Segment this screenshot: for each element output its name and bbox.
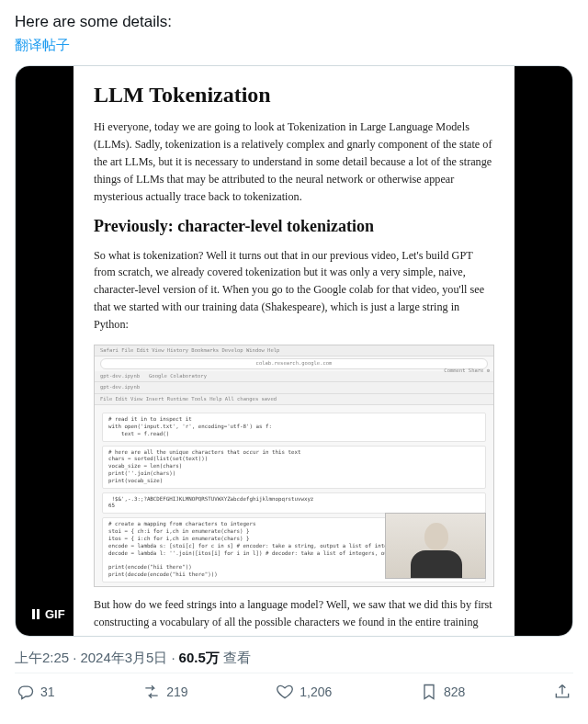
heart-icon (276, 683, 294, 701)
post-lead-text: Here are some details: (15, 11, 573, 33)
ide-tab: Google Colaboratory (149, 373, 207, 379)
bookmark-button[interactable]: 828 (420, 683, 465, 701)
view-count[interactable]: 60.5万 (179, 650, 220, 665)
ide-filename: gpt-dev.ipynb (100, 384, 140, 390)
reply-button[interactable]: 31 (17, 683, 55, 701)
retweet-count: 219 (166, 684, 187, 699)
bookmark-count: 828 (444, 684, 465, 699)
gif-pause-badge[interactable]: GIF (25, 604, 73, 625)
reply-icon (17, 683, 35, 701)
document-page: LLM Tokenization Hi everyone, today we a… (74, 66, 514, 636)
like-count: 1,206 (300, 684, 332, 699)
post-meta: 上午2:25·2024年3月5日·60.5万 查看 (15, 650, 573, 667)
share-icon (553, 683, 571, 701)
view-label: 查看 (220, 650, 251, 665)
ide-right-status: Comment Share ⚙ (444, 368, 490, 374)
ide-tab: gpt-dev.ipynb (100, 373, 140, 379)
doc-intro: Hi everyone, today we are going to look … (94, 119, 494, 206)
post-date[interactable]: 2024年3月5日 (80, 650, 167, 665)
ide-colab-menu: File Edit View Insert Runtime Tools Help… (95, 394, 493, 405)
ide-mac-menu: Safari File Edit View History Bookmarks … (95, 345, 493, 356)
media-inner: LLM Tokenization Hi everyone, today we a… (16, 66, 572, 636)
doc-title: LLM Tokenization (94, 83, 494, 107)
retweet-icon (142, 683, 161, 701)
ide-output: !$&',-.3:;?ABCDEFGHIJKLMNOPQRSTUVWXYZabc… (102, 492, 486, 515)
bookmark-icon (420, 683, 438, 701)
like-button[interactable]: 1,206 (276, 683, 332, 701)
reply-count: 31 (40, 684, 55, 699)
ide-cell: # read it in to inspect it with open('in… (102, 413, 486, 441)
translate-link[interactable]: 翻译帖子 (15, 37, 70, 54)
ide-cell: # here are all the unique characters tha… (102, 446, 486, 489)
media-card[interactable]: LLM Tokenization Hi everyone, today we a… (15, 65, 573, 637)
ide-share-row: Comment Share ⚙ (444, 368, 490, 374)
ide-screenshot: Safari File Edit View History Bookmarks … (94, 345, 494, 587)
doc-subheading: Previously: character-level tokenization (94, 217, 494, 236)
doc-after-ide: But how do we feed strings into a langua… (94, 596, 494, 636)
retweet-button[interactable]: 219 (142, 683, 187, 701)
ide-output: [46, 47, 47, 1, 58, 46, 43, 56, 43] hii … (102, 586, 486, 587)
presenter-webcam (385, 513, 486, 579)
ide-url-bar: colab.research.google.com (100, 358, 488, 368)
gif-label: GIF (45, 607, 65, 621)
pause-icon (32, 609, 40, 619)
share-button[interactable] (553, 683, 571, 701)
ide-browser-tabs: gpt-dev.ipynb Google Colaboratory (95, 371, 493, 382)
post-time[interactable]: 上午2:25 (15, 650, 69, 665)
action-bar: 31 219 1,206 828 (15, 673, 573, 705)
ide-colab-toolbar: gpt-dev.ipynb (95, 382, 493, 393)
doc-prev-body: So what is tokenization? Well it turns o… (94, 247, 494, 334)
